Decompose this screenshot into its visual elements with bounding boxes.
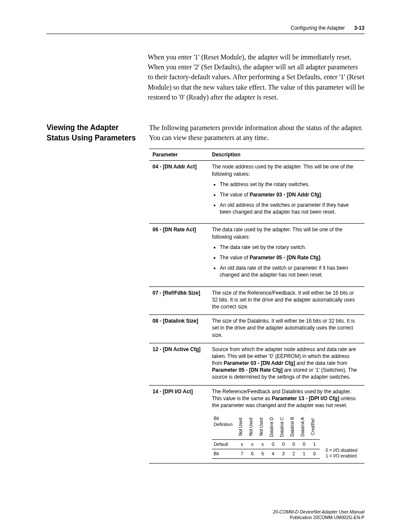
list-item: The value of Parameter 05 - [DN Rate Cfg… <box>220 254 361 261</box>
list-item: The data rate set by the rotary switch. <box>220 244 361 251</box>
param-desc: Source from which the adapter node addre… <box>209 343 364 385</box>
bit-row-label: Bit <box>212 449 237 459</box>
bit-col-label: Datalink D <box>268 414 278 440</box>
table-row: 14 - [DPI I/O Act] The Reference/Feedbac… <box>149 385 364 463</box>
bit-default: 0 <box>268 440 278 449</box>
bit-default: x <box>247 440 258 449</box>
bit-default: x <box>237 440 247 449</box>
param-desc: The size of the Reference/Feedback. It w… <box>209 286 364 315</box>
param-desc: The size of the Datalinks. It will eithe… <box>209 315 364 343</box>
table-row: 12 - [DN Active Cfg] Source from which t… <box>149 343 364 385</box>
running-head: Configuring the Adapter 3-13 <box>47 25 364 34</box>
param-desc: The data rate used by the adapter. This … <box>209 224 364 286</box>
parameter-table: Parameter Description 04 - [DN Addr Act]… <box>149 149 364 464</box>
param-name: 07 - [Ref/Fdbk Size] <box>149 286 209 315</box>
bit-table: Bit Definition Not Used Not Used Not Use… <box>212 414 320 459</box>
th-description: Description <box>209 149 364 161</box>
section-heading: Viewing the Adapter Status Using Paramet… <box>47 123 141 464</box>
bit-col-label: Datalink B <box>289 414 299 440</box>
running-head-page: 3-13 <box>354 25 364 31</box>
footer-title: 20-COMM-D DeviceNet Adapter User Manual <box>273 509 364 515</box>
table-row: 07 - [Ref/Fdbk Size] The size of the Ref… <box>149 286 364 315</box>
bit-number: 4 <box>268 449 278 459</box>
bit-number: 1 <box>299 449 309 459</box>
param-desc: The Reference/Feedback and Datalinks use… <box>209 385 364 463</box>
param-desc: The node address used by the adapter. Th… <box>209 161 364 224</box>
list-item: The address set by the rotary switches. <box>220 181 361 188</box>
table-row: 08 - [Datalink Size] The size of the Dat… <box>149 315 364 343</box>
bit-number: 6 <box>247 449 258 459</box>
list-item: The value of Parameter 03 - [DN Addr Cfg… <box>220 191 361 198</box>
bit-col-label: Not Used <box>258 414 268 440</box>
section-intro: The following parameters provide informa… <box>149 123 364 143</box>
param-name: 04 - [DN Addr Act] <box>149 161 209 224</box>
bit-col-label: Not Used <box>247 414 258 440</box>
bit-default: 1 <box>309 440 320 449</box>
bit-number: 0 <box>309 449 320 459</box>
bit-default: 0 <box>278 440 289 449</box>
param-name: 12 - [DN Active Cfg] <box>149 343 209 385</box>
bit-number: 5 <box>258 449 268 459</box>
param-name: 06 - [DN Rate Act] <box>149 224 209 286</box>
bit-default: 0 <box>299 440 309 449</box>
bit-row-label: Default <box>212 440 237 449</box>
list-item: An old data rate of the switch or parame… <box>220 264 361 278</box>
page-footer: 20-COMM-D DeviceNet Adapter User Manual … <box>273 509 364 521</box>
bit-col-label: Cmd/Ref <box>309 414 320 440</box>
th-parameter: Parameter <box>149 149 209 161</box>
bit-number: 7 <box>237 449 247 459</box>
list-item: An old address of the switches or parame… <box>220 202 361 215</box>
param-name: 08 - [Datalink Size] <box>149 315 209 343</box>
bit-col-label: Datalink A <box>299 414 309 440</box>
bit-row-label: Bit Definition <box>212 414 237 440</box>
intro-paragraph: When you enter '1' (Reset Module), the a… <box>148 52 364 102</box>
bit-default: x <box>258 440 268 449</box>
param-name: 14 - [DPI I/O Act] <box>149 385 209 463</box>
bit-col-label: Not Used <box>237 414 247 440</box>
footer-publication: Publication 20COMM-UM002G-EN-P <box>273 515 364 521</box>
table-row: 06 - [DN Rate Act] The data rate used by… <box>149 224 364 286</box>
bit-number: 3 <box>278 449 289 459</box>
bit-number: 2 <box>289 449 299 459</box>
table-row: 04 - [DN Addr Act] The node address used… <box>149 161 364 224</box>
running-head-section: Configuring the Adapter <box>291 25 345 31</box>
bit-default: 0 <box>289 440 299 449</box>
bit-col-label: Datalink C <box>278 414 289 440</box>
bit-legend: 0 = I/O disabled 1 = I/O enabled <box>326 448 358 459</box>
